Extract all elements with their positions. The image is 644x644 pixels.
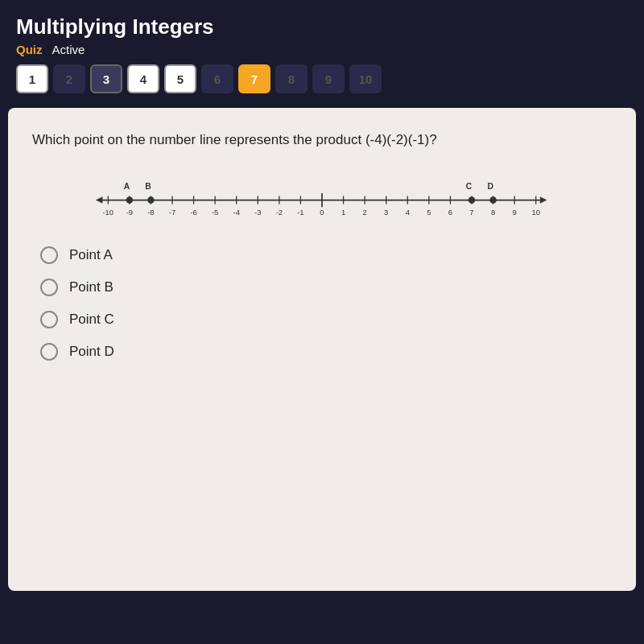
active-label: Active: [52, 43, 85, 56]
svg-text:-2: -2: [276, 208, 283, 217]
tab-3[interactable]: 3: [90, 64, 122, 93]
svg-text:6: 6: [448, 208, 452, 217]
svg-point-49: [469, 196, 476, 204]
svg-text:-8: -8: [147, 208, 154, 217]
svg-text:2: 2: [363, 208, 367, 217]
svg-text:-10: -10: [102, 208, 114, 217]
svg-text:-1: -1: [297, 208, 303, 217]
svg-text:10: 10: [531, 208, 539, 217]
quiz-label: Quiz: [16, 43, 43, 56]
svg-text:8: 8: [491, 208, 495, 217]
svg-text:-9: -9: [126, 208, 133, 217]
option-d[interactable]: Point D: [40, 343, 612, 361]
svg-text:-6: -6: [190, 208, 196, 217]
number-line: -10 -9 -8 -7 -6 -5 -4 -3 -2 -1 0 1 2 3 4…: [48, 174, 596, 222]
radio-d[interactable]: [40, 343, 58, 361]
svg-marker-1: [96, 196, 103, 204]
svg-text:B: B: [145, 182, 151, 191]
option-b[interactable]: Point B: [40, 279, 612, 296]
svg-text:4: 4: [406, 208, 410, 217]
options-list: Point A Point B Point C Point D: [40, 246, 612, 361]
svg-text:C: C: [466, 182, 473, 191]
svg-text:9: 9: [513, 208, 517, 217]
tab-10: 10: [349, 64, 382, 93]
option-c[interactable]: Point C: [40, 311, 612, 328]
svg-text:0: 0: [320, 208, 324, 217]
quiz-status: Quiz Active: [16, 43, 628, 56]
svg-text:A: A: [124, 182, 130, 191]
option-a-label: Point A: [69, 247, 113, 263]
svg-text:-5: -5: [212, 208, 218, 217]
tab-4[interactable]: 4: [127, 64, 159, 93]
radio-b[interactable]: [40, 279, 58, 296]
svg-text:3: 3: [384, 208, 388, 217]
tab-7[interactable]: 7: [238, 64, 270, 93]
question-text: Which point on the number line represent…: [32, 130, 612, 150]
tab-2: 2: [53, 64, 85, 93]
option-c-label: Point C: [69, 312, 114, 328]
content-area: Which point on the number line represent…: [8, 108, 636, 591]
option-d-label: Point D: [69, 344, 114, 360]
radio-c[interactable]: [40, 311, 58, 328]
tab-6: 6: [201, 64, 233, 93]
svg-point-45: [126, 196, 134, 204]
svg-text:-4: -4: [233, 208, 240, 217]
svg-text:D: D: [487, 182, 493, 191]
svg-text:1: 1: [341, 208, 345, 217]
svg-text:-7: -7: [169, 208, 175, 217]
tab-8: 8: [275, 64, 308, 93]
svg-point-51: [489, 196, 497, 204]
question-tabs: 1 2 3 4 5 6 7 8 9 10: [16, 64, 628, 100]
header: Multiplying Integers Quiz Active 1 2 3 4…: [0, 0, 644, 108]
tab-9: 9: [312, 64, 345, 93]
page-title: Multiplying Integers: [16, 14, 628, 39]
radio-a[interactable]: [40, 246, 58, 264]
option-b-label: Point B: [69, 279, 114, 295]
number-line-container: -10 -9 -8 -7 -6 -5 -4 -3 -2 -1 0 1 2 3 4…: [48, 174, 612, 222]
option-a[interactable]: Point A: [40, 246, 612, 264]
svg-text:-3: -3: [254, 208, 261, 217]
svg-text:5: 5: [427, 208, 431, 217]
svg-marker-2: [540, 196, 547, 204]
svg-point-47: [147, 196, 155, 204]
svg-text:7: 7: [469, 208, 473, 217]
tab-5[interactable]: 5: [164, 64, 196, 93]
tab-1[interactable]: 1: [16, 64, 48, 93]
